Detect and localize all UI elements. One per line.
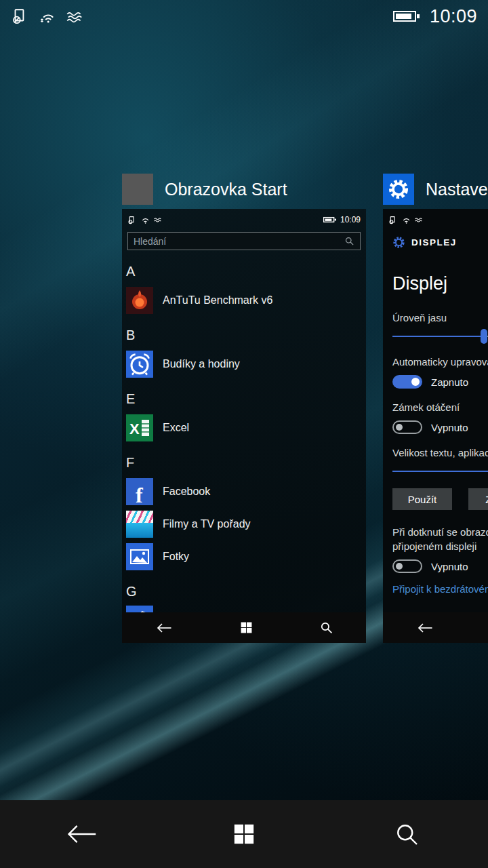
antutu-icon <box>126 287 153 314</box>
status-icons-left <box>11 7 84 25</box>
excel-icon: X <box>126 414 153 441</box>
external-display-line2: připojeném displeji <box>392 539 488 553</box>
app-row-photos: Fotky <box>126 543 361 570</box>
toggle-state-label: Zapnuto <box>431 376 468 388</box>
mini-nav-bar <box>122 612 366 643</box>
mini-status-time: 10:09 <box>340 215 361 224</box>
search-box: Hledání <box>127 232 361 250</box>
app-list: A AnTuTu Benchmark v6 B <box>122 262 366 633</box>
app-card-start[interactable]: Obrazovka Start <box>122 172 366 643</box>
start-screen-icon <box>122 174 153 205</box>
text-size-slider <box>392 464 488 479</box>
search-placeholder: Hledání <box>134 236 166 247</box>
app-name: Facebook <box>163 486 210 498</box>
cancel-button: Zrušit <box>468 488 488 510</box>
search-icon <box>344 236 354 246</box>
app-row-facebook: f Facebook <box>126 478 361 505</box>
gear-icon <box>392 236 405 249</box>
app-name: Fotky <box>163 551 189 563</box>
slider-fill <box>392 336 484 337</box>
external-display-text: Při dotknutí se obrazovky připojeném dis… <box>392 525 488 553</box>
card-start-header[interactable]: Obrazovka Start <box>122 172 366 207</box>
rotation-lock-label: Zámek otáčení <box>392 401 488 413</box>
data-saver-off-icon <box>127 216 136 224</box>
slider-fill <box>392 471 488 472</box>
back-button[interactable] <box>41 800 122 868</box>
section-letter-a: A <box>126 262 361 280</box>
status-time: 10:09 <box>430 6 477 27</box>
wifi-limited-icon <box>38 7 56 25</box>
app-name: Filmy a TV pořady <box>163 518 251 530</box>
external-display-line1: Při dotknutí se obrazovky <box>392 525 488 539</box>
facebook-icon: f <box>126 478 153 505</box>
status-bar: 10:09 <box>0 0 488 33</box>
data-saver-off-icon <box>388 216 397 224</box>
toggle-knob <box>396 424 403 431</box>
apply-button: Použít <box>392 488 452 510</box>
toggle-off <box>392 420 422 434</box>
toggle-off <box>392 559 422 573</box>
mini-status-bar: 10:09 <box>122 209 366 228</box>
settings-page-header: DISPLEJ <box>383 232 488 252</box>
windows-start-icon <box>240 621 253 634</box>
app-name: Budíky a hodiny <box>163 358 240 370</box>
app-name: AnTuTu Benchmark v6 <box>163 294 272 307</box>
search-icon <box>320 621 333 634</box>
card-start-thumbnail[interactable]: 10:09 Hledání A <box>122 209 366 643</box>
app-row-excel: X Excel <box>126 414 361 441</box>
task-switcher-screen: 10:09 Obrazovka Start <box>0 0 488 868</box>
rotation-lock-row: Vypnuto <box>392 420 488 435</box>
wireless-display-link: Připojit k bezdrátovému displeji <box>392 583 488 595</box>
section-letter-e: E <box>126 390 361 408</box>
app-row-movies: Filmy a TV pořady <box>126 511 361 538</box>
app-name: Excel <box>163 422 189 434</box>
brightness-label: Úroveň jasu <box>392 312 488 323</box>
auto-brightness-row: Zapnuto <box>392 374 488 389</box>
card-settings-header[interactable]: Nastavení <box>383 172 488 207</box>
back-icon <box>416 622 434 634</box>
app-card-settings[interactable]: Nastavení <box>383 172 488 643</box>
toggle-on <box>392 375 422 389</box>
vibrate-icon <box>414 216 424 224</box>
brightness-slider <box>392 329 488 344</box>
back-icon <box>155 622 173 634</box>
movies-tv-icon <box>126 511 153 538</box>
windows-start-icon <box>232 823 256 846</box>
slider-thumb <box>481 329 487 344</box>
search-icon <box>394 822 419 846</box>
svg-text:X: X <box>129 420 140 437</box>
card-settings-title: Nastavení <box>426 180 488 199</box>
auto-brightness-label: Automaticky upravovat jas <box>392 356 488 368</box>
settings-content: Displej Úroveň jasu Automaticky upravova… <box>383 273 488 595</box>
clapperboard-top <box>126 511 153 523</box>
wifi-limited-icon <box>140 216 149 224</box>
start-button[interactable] <box>203 800 285 868</box>
photos-icon <box>126 543 153 570</box>
toggle-knob <box>396 563 403 570</box>
battery-icon <box>323 216 336 223</box>
navigation-bar <box>0 800 488 868</box>
vibrate-icon <box>153 216 163 224</box>
data-saver-off-icon <box>11 7 28 25</box>
button-row: Použít Zrušit <box>392 488 488 510</box>
wifi-limited-icon <box>401 216 410 224</box>
search-button[interactable] <box>366 800 447 868</box>
back-icon <box>64 823 99 846</box>
section-letter-b: B <box>126 326 361 344</box>
settings-section-header: DISPLEJ <box>411 237 457 248</box>
section-letter-g: G <box>126 583 361 600</box>
alarm-clock-icon <box>126 351 153 378</box>
vibrate-icon <box>65 7 84 25</box>
card-settings-thumbnail[interactable]: DISPLEJ Displej Úroveň jasu Automaticky … <box>383 209 488 643</box>
battery-icon <box>393 9 420 23</box>
status-icons-right: 10:09 <box>393 6 477 27</box>
mini-nav-bar <box>383 612 488 643</box>
toggle-knob <box>411 378 420 386</box>
page-title: Displej <box>392 273 488 294</box>
toggle-state-label: Vypnuto <box>431 422 468 433</box>
text-size-label: Velikost textu, aplikací a <box>392 447 488 458</box>
toggle-state-label: Vypnuto <box>431 561 468 572</box>
settings-app-icon <box>383 174 414 205</box>
app-row-alarms: Budíky a hodiny <box>126 351 361 378</box>
clapperboard-bottom <box>126 523 153 538</box>
